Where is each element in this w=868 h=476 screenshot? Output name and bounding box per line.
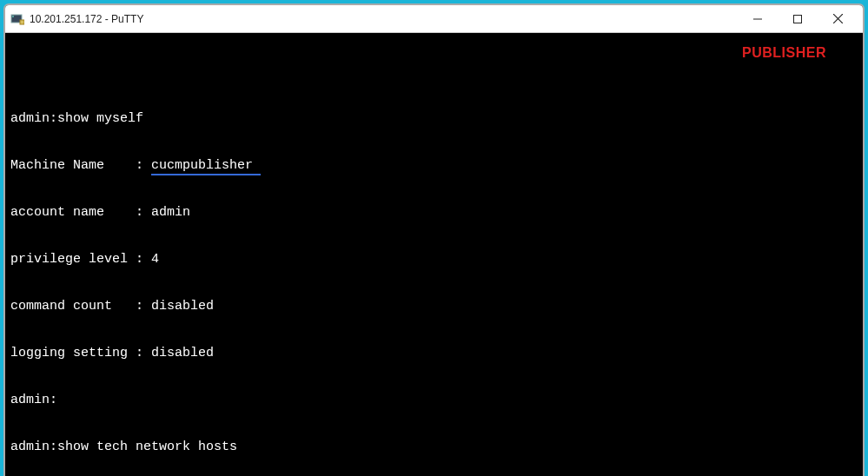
terminal-line: account name : admin [10, 205, 858, 221]
putty-window: 10.201.251.172 - PuTTY PUBLISHER admin:s… [3, 3, 865, 476]
terminal-line: logging setting : disabled [10, 346, 858, 361]
terminal-line: admin:show myself [10, 111, 858, 127]
publisher-label: PUBLISHER [742, 45, 826, 61]
maximize-button[interactable] [778, 6, 818, 32]
terminal-line: admin: [10, 393, 858, 408]
terminal-line: command count : disabled [10, 299, 858, 314]
terminal-line: admin:show tech network hosts [10, 440, 858, 455]
title-bar[interactable]: 10.201.251.172 - PuTTY [5, 5, 863, 33]
svg-rect-1 [20, 20, 24, 24]
machine-name-value: cucmpublisher [151, 158, 253, 175]
window-controls [738, 6, 858, 32]
minimize-button[interactable] [738, 6, 778, 32]
terminal-line: Machine Name : cucmpublisher [10, 158, 858, 174]
window-title: 10.201.251.172 - PuTTY [30, 13, 143, 25]
close-button[interactable] [818, 6, 858, 32]
svg-rect-4 [794, 15, 802, 23]
terminal-line: privilege level : 4 [10, 252, 858, 268]
putty-icon [10, 12, 24, 26]
title-bar-left: 10.201.251.172 - PuTTY [10, 12, 143, 26]
terminal-area[interactable]: PUBLISHER admin:show myself Machine Name… [5, 33, 863, 476]
